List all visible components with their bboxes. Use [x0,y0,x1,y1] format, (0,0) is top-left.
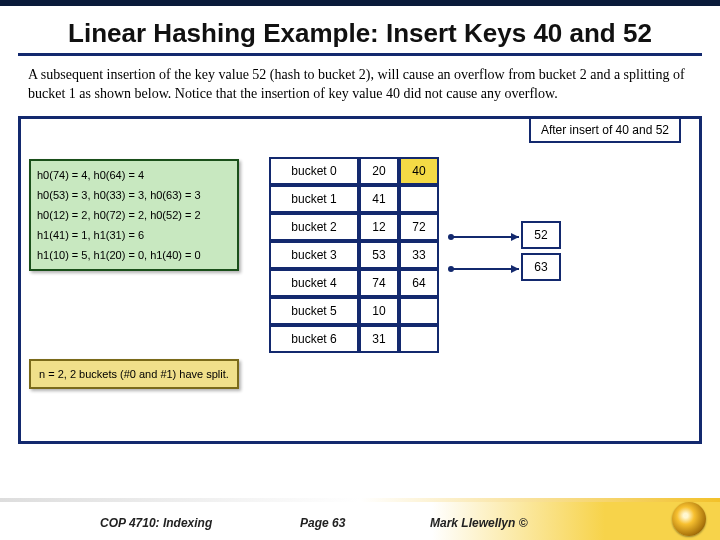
hash-functions-box: h0(74) = 4, h0(64) = 4 h0(53) = 3, h0(33… [29,159,239,271]
bucket-label: bucket 4 [269,269,359,297]
table-row: bucket 4 74 64 [269,269,439,297]
bucket-label: bucket 6 [269,325,359,353]
bucket-cell [399,297,439,325]
overflow-cell: 52 [521,221,561,249]
table-row: bucket 2 12 72 [269,213,439,241]
hash-line: h1(41) = 1, h1(31) = 6 [37,225,231,245]
split-note: n = 2, 2 buckets (#0 and #1) have split. [29,359,239,389]
bucket-cell: 41 [359,185,399,213]
bucket-cell: 10 [359,297,399,325]
overflow-cell: 63 [521,253,561,281]
hash-line: h1(10) = 5, h1(20) = 0, h1(40) = 0 [37,245,231,265]
bucket-label: bucket 5 [269,297,359,325]
svg-point-4 [448,266,454,272]
table-row: bucket 0 20 40 [269,157,439,185]
svg-point-1 [448,234,454,240]
bucket-cell: 31 [359,325,399,353]
svg-marker-2 [511,233,519,241]
bucket-cell: 20 [359,157,399,185]
bucket-label: bucket 3 [269,241,359,269]
table-row: bucket 1 41 [269,185,439,213]
table-row: bucket 6 31 [269,325,439,353]
table-row: bucket 3 53 33 [269,241,439,269]
bucket-cell: 74 [359,269,399,297]
bucket-label: bucket 0 [269,157,359,185]
bucket-label: bucket 1 [269,185,359,213]
hash-line: h0(74) = 4, h0(64) = 4 [37,165,231,185]
diagram-container: After insert of 40 and 52 h0(74) = 4, h0… [18,116,702,444]
hash-line: h0(12) = 2, h0(72) = 2, h0(52) = 2 [37,205,231,225]
bucket-cell: 33 [399,241,439,269]
bucket-cell: 72 [399,213,439,241]
footer-page: Page 63 [300,516,345,530]
bucket-cell [399,185,439,213]
bucket-cell: 64 [399,269,439,297]
body-paragraph: A subsequent insertion of the key value … [0,66,720,112]
footer-stripe [0,498,720,502]
footer-course: COP 4710: Indexing [100,516,212,530]
bucket-cell [399,325,439,353]
bucket-cell-new: 40 [399,157,439,185]
ucf-logo-icon [672,502,706,536]
bucket-cell: 53 [359,241,399,269]
slide-title: Linear Hashing Example: Insert Keys 40 a… [18,6,702,56]
bucket-label: bucket 2 [269,213,359,241]
slide: Linear Hashing Example: Insert Keys 40 a… [0,0,720,540]
footer-author: Mark Llewellyn © [430,516,528,530]
table-row: bucket 5 10 [269,297,439,325]
bucket-table: bucket 0 20 40 bucket 1 41 bucket 2 12 7… [269,157,439,353]
bucket-cell: 12 [359,213,399,241]
diagram-caption: After insert of 40 and 52 [529,117,681,143]
hash-line: h0(53) = 3, h0(33) = 3, h0(63) = 3 [37,185,231,205]
footer: COP 4710: Indexing Page 63 Mark Llewelly… [0,498,720,540]
svg-marker-5 [511,265,519,273]
